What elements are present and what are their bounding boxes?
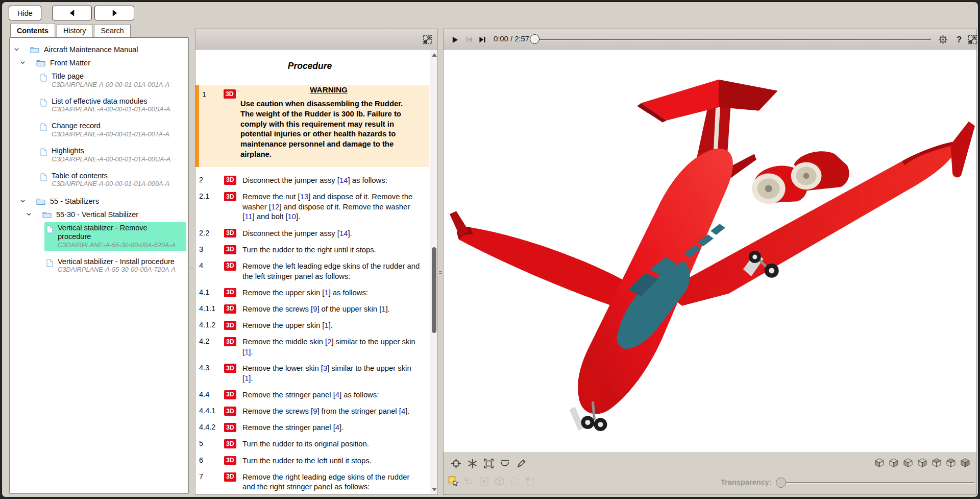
tree-folder[interactable]: 55 - Stabilizers: [10, 195, 186, 208]
playback-toolbar: 0:00 / 2:57 ?: [444, 29, 976, 50]
view-back-icon[interactable]: [888, 457, 900, 469]
tree-folder[interactable]: Aircraft Maintenance Manual: [10, 43, 186, 56]
3d-badge[interactable]: 3D: [224, 192, 236, 201]
hotspot-link[interactable]: 2: [327, 338, 331, 346]
step-number: 4: [199, 262, 221, 281]
navigate-forward-button[interactable]: [94, 6, 134, 20]
axes-star-icon[interactable]: [466, 457, 478, 469]
view-right-icon[interactable]: [917, 457, 928, 469]
3d-badge[interactable]: 3D: [224, 229, 236, 238]
airplane-3d-model: [444, 50, 976, 453]
chevron-down-icon[interactable]: [20, 198, 26, 204]
hotspot-link[interactable]: 1: [324, 289, 328, 297]
hotspot-link[interactable]: 1: [244, 348, 249, 356]
scroll-up-icon[interactable]: [432, 53, 437, 57]
hotspot-link[interactable]: 4: [335, 391, 339, 399]
chevron-down-icon[interactable]: [14, 46, 20, 53]
navigate-back-button[interactable]: [52, 6, 92, 20]
warning-heading: WARNING: [240, 85, 417, 94]
hotspot-link[interactable]: 13: [300, 193, 308, 201]
center-of-rotation-icon[interactable]: [450, 457, 462, 469]
hotspot-link[interactable]: 4: [401, 407, 405, 415]
3d-viewport[interactable]: [444, 50, 976, 453]
tab-history[interactable]: History: [57, 24, 92, 37]
3d-badge[interactable]: 3D: [224, 337, 236, 346]
document-icon: [46, 225, 53, 233]
3d-badge[interactable]: 3D: [224, 390, 236, 399]
hotspot-link[interactable]: 1: [381, 305, 385, 313]
skip-to-end-icon[interactable]: [477, 35, 487, 44]
3d-badge[interactable]: 3D: [224, 407, 236, 416]
hotspot-link[interactable]: 1: [244, 374, 249, 383]
tree-doc[interactable]: Title pageC3DAIRPLANE-A-00-00-01-01A-001…: [10, 70, 186, 91]
tree-doc[interactable]: Change recordC3DAIRPLANE-A-00-00-01-01A-…: [10, 120, 186, 140]
view-left-icon[interactable]: [902, 457, 914, 469]
hide-sidebar-button[interactable]: Hide: [9, 6, 41, 20]
hotspot-link[interactable]: 10: [288, 212, 296, 221]
hotspot-link[interactable]: 14: [339, 229, 348, 237]
step-number: 4.4: [199, 390, 221, 400]
fit-all-icon[interactable]: [482, 457, 495, 469]
3d-badge[interactable]: 3D: [224, 472, 236, 482]
tree-doc[interactable]: Vertical stabilizer - Remove procedureC3…: [10, 222, 186, 251]
sidebar-tabs: ContentsHistorySearch: [10, 24, 131, 37]
select-tool-icon[interactable]: [448, 476, 459, 487]
procedure-title: Procedure: [195, 61, 424, 72]
tab-search[interactable]: Search: [94, 24, 130, 37]
hotspot-link[interactable]: 1: [324, 321, 328, 329]
chevron-down-icon[interactable]: [20, 60, 26, 66]
scroll-down-icon[interactable]: [432, 488, 437, 491]
tree-folder[interactable]: 55-30 - Vertical Stabilizer: [10, 208, 186, 221]
hotspot-link[interactable]: 3: [323, 364, 327, 372]
expand-view-icon[interactable]: [967, 35, 977, 44]
settings-gear-icon[interactable]: [938, 35, 948, 44]
transparency-slider-thumb[interactable]: [776, 478, 786, 488]
3d-badge[interactable]: 3D: [224, 321, 236, 330]
right-splitter[interactable]: [439, 264, 442, 281]
view-orientation-cubes: [874, 457, 971, 469]
3d-badge[interactable]: 3D: [224, 262, 236, 271]
3d-badge[interactable]: 3D: [224, 89, 236, 99]
view-front-icon[interactable]: [874, 457, 886, 469]
tree-folder[interactable]: Front Matter: [10, 56, 186, 69]
ground-plane-icon[interactable]: [499, 457, 511, 469]
skip-to-start-icon[interactable]: [464, 35, 474, 44]
transparency-slider-track[interactable]: [779, 482, 974, 484]
play-icon[interactable]: [450, 35, 460, 44]
hotspot-link[interactable]: 9: [313, 407, 317, 415]
left-splitter[interactable]: [190, 260, 193, 277]
3d-badge[interactable]: 3D: [224, 304, 236, 314]
view-top-icon[interactable]: [931, 457, 943, 469]
step-number: 4.1.2: [199, 321, 221, 331]
3d-badge[interactable]: 3D: [224, 364, 236, 373]
folder-icon: [36, 59, 45, 66]
expand-panel-icon[interactable]: [423, 35, 432, 44]
tab-contents[interactable]: Contents: [10, 23, 55, 37]
view-iso-icon[interactable]: [960, 457, 971, 469]
measure-pencil-icon[interactable]: [515, 457, 527, 469]
step-text: Remove the left leading edge skins of th…: [242, 262, 423, 281]
hotspot-link[interactable]: 12: [271, 203, 279, 211]
help-icon[interactable]: ?: [954, 35, 964, 44]
hotspot-link[interactable]: 11: [244, 212, 252, 221]
doc-title: List of effective data modules: [52, 97, 170, 106]
chevron-down-icon[interactable]: [26, 211, 32, 218]
playback-slider-thumb[interactable]: [530, 34, 540, 44]
tree-doc[interactable]: HighlightsC3DAIRPLANE-A-00-00-01-01A-00U…: [10, 145, 186, 165]
view-bottom-icon[interactable]: [945, 457, 957, 469]
tree-doc[interactable]: List of effective data modulesC3DAIRPLAN…: [10, 96, 186, 116]
tree-doc[interactable]: Table of contentsC3DAIRPLANE-A-00-00-01-…: [10, 170, 186, 191]
playback-slider-track[interactable]: [534, 39, 931, 40]
hotspot-link[interactable]: 14: [339, 176, 348, 184]
3d-badge[interactable]: 3D: [224, 456, 236, 465]
procedure-scrollbar[interactable]: [430, 50, 437, 494]
3d-badge[interactable]: 3D: [224, 245, 236, 254]
scrollbar-thumb[interactable]: [432, 247, 436, 333]
tree-doc[interactable]: Vertical stabilizer - Install procedureC…: [10, 256, 186, 276]
3d-badge[interactable]: 3D: [224, 439, 236, 448]
hotspot-link[interactable]: 9: [313, 305, 317, 313]
3d-badge[interactable]: 3D: [224, 288, 236, 297]
3d-badge[interactable]: 3D: [224, 423, 236, 432]
3d-badge[interactable]: 3D: [224, 176, 236, 185]
hotspot-link[interactable]: 4: [335, 423, 339, 432]
